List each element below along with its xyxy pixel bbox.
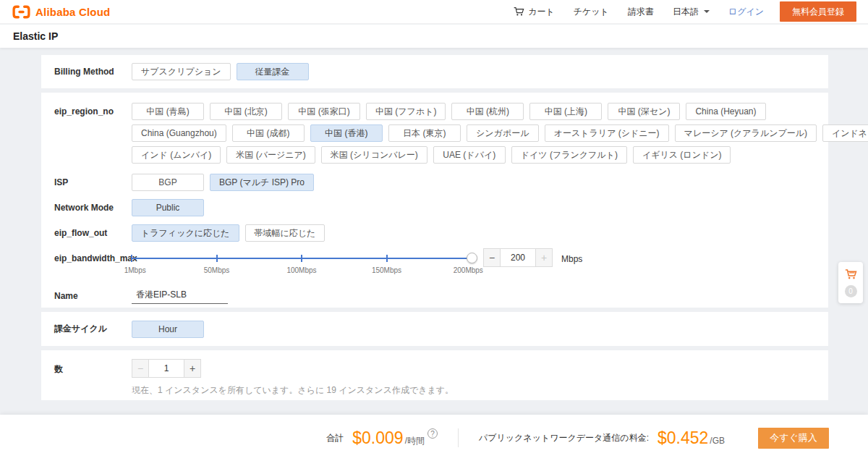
region-option[interactable]: マレーシア (クアラルンプール) bbox=[675, 124, 817, 142]
slider-tick bbox=[386, 255, 388, 262]
alibaba-cloud-brackets-icon bbox=[12, 4, 31, 20]
nav-language-select[interactable]: 日本語 bbox=[673, 6, 710, 18]
billing-cycle-label: 課金サイクル bbox=[54, 323, 132, 335]
traffic-price-label: パブリックネットワークデータ通信の料金: bbox=[479, 432, 649, 444]
flow-out-label: eip_flow_out bbox=[54, 228, 132, 238]
slider-handle[interactable] bbox=[467, 253, 477, 263]
nav-cart[interactable]: カート bbox=[513, 6, 555, 18]
flow-out-option-traffic[interactable]: トラフィックに応じた bbox=[132, 224, 239, 242]
slider-tick bbox=[216, 255, 218, 262]
slider-tick-label: 50Mbps bbox=[204, 266, 230, 274]
region-options-row-2: China (Guangzhou) 中国 (成都) 中国 (香港) 日本 (東京… bbox=[132, 124, 868, 142]
quantity-decrease-button[interactable]: − bbox=[132, 359, 149, 378]
nav-bills[interactable]: 請求書 bbox=[628, 6, 654, 18]
slider-tick bbox=[131, 255, 132, 262]
bandwidth-value-input[interactable] bbox=[501, 248, 535, 267]
bandwidth-slider[interactable]: 1Mbps 50Mbps 100Mbps 150Mbps 200Mbps bbox=[132, 250, 472, 278]
slider-tick-label: 200Mbps bbox=[454, 266, 483, 274]
isp-option-bgp[interactable]: BGP bbox=[132, 174, 204, 191]
region-option[interactable]: 中国 (成都) bbox=[232, 124, 305, 142]
billing-cycle-option-hour[interactable]: Hour bbox=[132, 321, 204, 338]
alibaba-cloud-logo[interactable]: Alibaba Cloud bbox=[12, 4, 110, 20]
top-header: Alibaba Cloud カート チケット 請求書 日本語 ログイン 無料会員… bbox=[0, 0, 868, 24]
quantity-control-group: − + 現在、1 インスタンスを所有しています。さらに 19 インスタンス作成で… bbox=[132, 359, 454, 397]
name-input[interactable] bbox=[132, 288, 228, 304]
region-option[interactable]: 日本 (東京) bbox=[388, 124, 461, 142]
isp-label: ISP bbox=[54, 177, 132, 187]
bandwidth-row: eip_bandwidth_max 1Mbps 50Mbps 100Mbps 1… bbox=[54, 250, 828, 278]
region-option[interactable]: インドネシア (ジャカルタ) bbox=[822, 124, 868, 142]
region-option[interactable]: China (Guangzhou) bbox=[132, 124, 226, 142]
name-label: Name bbox=[54, 291, 132, 301]
eip-config-card: eip_region_no 中国 (青島) 中国 (北京) 中国 (張家口) 中… bbox=[41, 93, 828, 308]
slider-tick-label: 150Mbps bbox=[372, 266, 401, 274]
region-label: eip_region_no bbox=[54, 103, 132, 117]
footer-divider bbox=[458, 428, 459, 447]
region-option[interactable]: 米国 (バージニア) bbox=[226, 146, 315, 164]
quantity-value-input[interactable] bbox=[149, 359, 184, 378]
network-mode-row: Network Mode Public bbox=[54, 199, 828, 216]
region-option-hongkong[interactable]: 中国 (香港) bbox=[310, 124, 383, 142]
slider-tick-label: 1Mbps bbox=[124, 266, 146, 274]
nav-bills-label: 請求書 bbox=[628, 6, 654, 18]
network-mode-label: Network Mode bbox=[54, 203, 132, 213]
billing-option-payg[interactable]: 従量課金 bbox=[237, 63, 309, 80]
slider-tick bbox=[301, 255, 302, 262]
region-option[interactable]: 中国 (杭州) bbox=[451, 103, 524, 120]
quantity-card: 数 − + 現在、1 インスタンスを所有しています。さらに 19 インスタンス作… bbox=[41, 350, 828, 400]
nav-tickets[interactable]: チケット bbox=[574, 6, 609, 18]
quantity-row: 数 − + 現在、1 インスタンスを所有しています。さらに 19 インスタンス作… bbox=[54, 359, 828, 397]
region-option[interactable]: ドイツ (フランクフルト) bbox=[511, 146, 627, 164]
bandwidth-label: eip_bandwidth_max bbox=[54, 250, 132, 263]
nav-cart-label: カート bbox=[528, 6, 555, 18]
register-button[interactable]: 無料会員登録 bbox=[780, 1, 856, 22]
region-option[interactable]: 中国 (北京) bbox=[210, 103, 282, 120]
quantity-increase-button[interactable]: + bbox=[184, 359, 201, 378]
region-option[interactable]: 中国 (深セン) bbox=[608, 103, 680, 120]
help-icon[interactable]: ? bbox=[427, 428, 438, 439]
region-options-row-1: 中国 (青島) 中国 (北京) 中国 (張家口) 中国 (フフホト) 中国 (杭… bbox=[132, 103, 868, 120]
page-title-bar: Elastic IP bbox=[0, 25, 868, 48]
isp-row: ISP BGP BGP (マルチ ISP) Pro bbox=[54, 174, 828, 191]
total-label: 合計 bbox=[326, 432, 344, 444]
region-option[interactable]: UAE (ドバイ) bbox=[433, 146, 506, 164]
nav-language-label: 日本語 bbox=[673, 6, 699, 18]
region-option[interactable]: 中国 (上海) bbox=[529, 103, 602, 120]
header-nav: カート チケット 請求書 日本語 ログイン 無料会員登録 bbox=[513, 1, 856, 22]
chevron-down-icon bbox=[704, 10, 710, 13]
region-option[interactable]: 中国 (フフホト) bbox=[366, 103, 446, 120]
bandwidth-increase-button[interactable]: + bbox=[535, 248, 553, 267]
region-option[interactable]: イギリス (ロンドン) bbox=[633, 146, 731, 164]
region-options-row-3: インド (ムンバイ) 米国 (バージニア) 米国 (シリコンバレー) UAE (… bbox=[132, 146, 868, 164]
billing-option-subscription[interactable]: サブスクリプション bbox=[132, 63, 231, 80]
billing-method-label: Billing Method bbox=[54, 67, 132, 77]
cart-count-badge: 0 bbox=[845, 285, 857, 297]
billing-cycle-card: 課金サイクル Hour bbox=[41, 312, 828, 346]
isp-option-bgp-pro[interactable]: BGP (マルチ ISP) Pro bbox=[210, 174, 314, 191]
region-option[interactable]: シンガポール bbox=[467, 124, 539, 142]
cart-icon bbox=[513, 6, 524, 17]
page-title: Elastic IP bbox=[13, 30, 58, 42]
region-option[interactable]: 米国 (シリコンバレー) bbox=[321, 146, 427, 164]
bandwidth-unit-label: Mbps bbox=[561, 254, 582, 264]
flow-out-option-bandwidth[interactable]: 帯域幅に応じた bbox=[245, 224, 326, 242]
slider-tick-label: 100Mbps bbox=[286, 266, 316, 274]
billing-method-card: Billing Method サブスクリプション 従量課金 bbox=[41, 55, 828, 88]
region-option[interactable]: China (Heyuan) bbox=[686, 103, 765, 120]
total-price-unit: /時間 bbox=[405, 435, 425, 447]
region-row: eip_region_no 中国 (青島) 中国 (北京) 中国 (張家口) 中… bbox=[54, 103, 828, 168]
region-option[interactable]: 中国 (青島) bbox=[132, 103, 204, 120]
login-link[interactable]: ログイン bbox=[728, 6, 764, 18]
traffic-price: $0.452 bbox=[658, 428, 708, 448]
network-mode-option-public[interactable]: Public bbox=[132, 199, 204, 216]
quantity-note: 現在、1 インスタンスを所有しています。さらに 19 インスタンス作成できます。 bbox=[132, 384, 454, 397]
bandwidth-stepper: − + bbox=[483, 248, 553, 267]
total-price: $0.009 bbox=[352, 428, 403, 448]
floating-cart-widget[interactable]: 0 bbox=[838, 262, 863, 303]
bandwidth-decrease-button[interactable]: − bbox=[483, 248, 501, 267]
region-option[interactable]: 中国 (張家口) bbox=[288, 103, 360, 120]
region-option[interactable]: インド (ムンバイ) bbox=[132, 146, 221, 164]
buy-now-button[interactable]: 今すぐ購入 bbox=[758, 428, 829, 449]
flow-out-row: eip_flow_out トラフィックに応じた 帯域幅に応じた bbox=[54, 224, 828, 242]
region-option[interactable]: オーストラリア (シドニー) bbox=[545, 124, 669, 142]
